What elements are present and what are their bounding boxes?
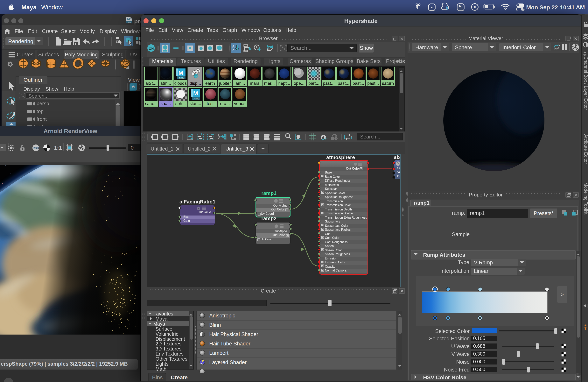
svg-text:persp: persp [37,101,49,106]
svg-text:AYA: AYA [179,77,184,80]
svg-text:AYA: AYA [193,97,199,100]
svg-text:s: s [198,207,199,210]
svg-text:MB: MB [128,21,131,23]
svg-text:A: A [232,44,235,48]
svg-text:M: M [193,90,198,96]
svg-text:M: M [127,18,130,21]
svg-text:RGB: RGB [33,147,39,149]
svg-text:top: top [37,108,43,114]
svg-text:front: front [37,116,47,122]
svg-text:M: M [178,69,183,76]
svg-text:Z: Z [232,48,234,52]
